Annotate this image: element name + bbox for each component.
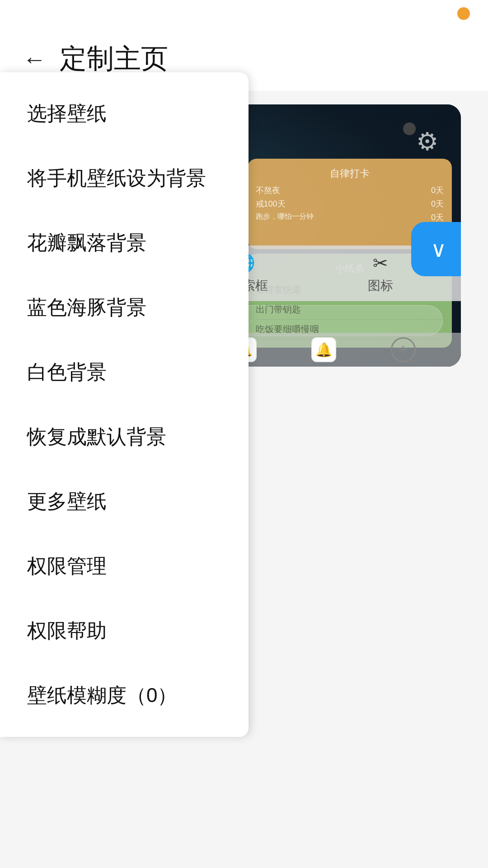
dropdown-item-wallpaper[interactable]: 选择壁纸 <box>0 81 249 146</box>
widget-row: 不熬夜 0天 <box>256 185 444 196</box>
dock-add-button[interactable]: + <box>391 337 416 362</box>
dropdown-item-white[interactable]: 白色背景 <box>0 340 249 405</box>
widget-title: 自律打卡 <box>256 167 444 180</box>
row-label: 跑步，哪怕一分钟 <box>256 212 314 223</box>
dropdown-item-restore[interactable]: 恢复成默认背景 <box>0 405 249 469</box>
dropdown-item-more-wallpaper[interactable]: 更多壁纸 <box>0 469 249 534</box>
row-label: 不熬夜 <box>256 185 280 196</box>
status-dot <box>457 7 470 20</box>
dropdown-menu: 选择壁纸 将手机壁纸设为背景 花瓣飘落背景 蓝色海豚背景 白色背景 恢复成默认背… <box>0 72 249 737</box>
dropdown-item-blur[interactable]: 壁纸模糊度（0） <box>0 663 249 728</box>
row-value: 0天 <box>431 212 444 223</box>
expand-button[interactable]: ∨ <box>411 222 461 276</box>
tab-icons-label: 图标 <box>368 277 393 294</box>
back-button[interactable]: ← <box>23 47 46 71</box>
row-label: 戒100天 <box>256 198 286 209</box>
row-value: 0天 <box>431 198 444 209</box>
dock-icon-bell2[interactable]: 🔔 <box>311 337 336 362</box>
dropdown-item-permissions[interactable]: 权限管理 <box>0 534 249 599</box>
widget-row: 戒100天 0天 <box>256 198 444 209</box>
dropdown-item-permissions-help[interactable]: 权限帮助 <box>0 599 249 663</box>
row-value: 0天 <box>431 185 444 196</box>
chevron-down-icon: ∨ <box>431 236 446 262</box>
widget-row: 跑步，哪怕一分钟 0天 <box>256 212 444 223</box>
dropdown-item-dolphin[interactable]: 蓝色海豚背景 <box>0 275 249 340</box>
status-bar <box>0 0 488 27</box>
gear-icon[interactable]: ⚙ <box>416 127 438 156</box>
tab-icons[interactable]: ✂ 图标 <box>368 253 393 294</box>
camera-dot <box>403 123 416 135</box>
page-title: 定制主页 <box>60 41 168 77</box>
dropdown-item-set-wallpaper[interactable]: 将手机壁纸设为背景 <box>0 146 249 211</box>
dropdown-item-petal[interactable]: 花瓣飘落背景 <box>0 211 249 275</box>
